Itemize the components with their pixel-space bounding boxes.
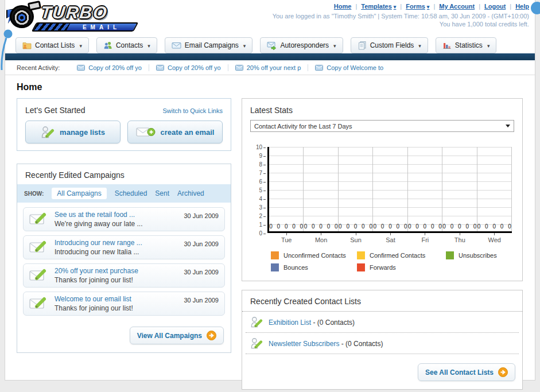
tab-email-campaigns[interactable]: Email Campaigns: [165, 37, 253, 53]
see-all-contact-lists-button[interactable]: See All Contact Lists: [418, 363, 515, 381]
recent-campaigns-panel: Recently Edited Campaigns SHOW: All Camp…: [17, 164, 231, 353]
get-started-panel: Let's Get Started Switch to Quick Links: [17, 98, 231, 151]
login-status: You are logged in as "Timothy Smith" | S…: [273, 13, 529, 20]
tab-statistics[interactable]: Statistics: [436, 37, 497, 53]
filter-archived[interactable]: Archived: [177, 189, 204, 197]
autoresponders-icon: [267, 41, 277, 50]
campaign-subtitle: Introducing our new Italia ...: [55, 248, 178, 256]
contact-lists-icon: [22, 41, 32, 50]
tab-autoresponders[interactable]: Autoresponders: [260, 37, 343, 53]
x-axis-label: Fri: [408, 233, 442, 243]
turbo-email-logo: TURBO EMAIL: [9, 2, 141, 33]
campaign-item[interactable]: See us at the retail food ... We're givi…: [23, 207, 225, 231]
filter-all-campaigns[interactable]: All Campaigns: [52, 188, 106, 199]
chart-day-column: 0 0 0 0 0: [304, 147, 338, 231]
campaign-title-link[interactable]: 20% off your next purchase: [55, 267, 178, 275]
create-email-button[interactable]: create an email: [127, 121, 223, 143]
latest-stats-panel: Latest Stats Contact Activity for the La…: [242, 98, 523, 281]
create-email-label: create an email: [161, 128, 215, 137]
legend-swatch: [357, 263, 365, 271]
brand-name: TURBO: [40, 3, 108, 22]
envelope-icon: [235, 65, 243, 71]
tab-label: Custom Fields: [370, 41, 414, 49]
chart-value-labels: 0 0 0 0 0: [477, 223, 511, 230]
tab-label: Contact Lists: [35, 41, 75, 49]
arrow-right-icon: [498, 367, 508, 377]
recent-activity-items: Copy of 20% off yo Copy of 20% off yo: [70, 64, 390, 71]
contacts-icon: [103, 41, 112, 50]
link-home[interactable]: Home: [334, 3, 352, 10]
link-logout[interactable]: Logout: [475, 3, 506, 10]
get-started-title: Let's Get Started: [25, 106, 86, 115]
legend-swatch: [357, 251, 365, 259]
link-forms[interactable]: Forms: [396, 3, 429, 10]
envelope-pencil-icon: [29, 212, 49, 227]
contact-list-item[interactable]: Exhibition List - (0 Contacts): [246, 312, 519, 333]
contact-list-link[interactable]: Newsletter Subscribers: [269, 340, 339, 348]
view-all-campaigns-button[interactable]: View All Campaigns: [130, 327, 224, 344]
envelope-icon: [315, 65, 323, 71]
campaign-item[interactable]: 20% off your next purchase Thanks for jo…: [23, 263, 225, 288]
envelope-plus-icon: [136, 126, 156, 138]
chevron-down-icon: [146, 41, 150, 49]
envelope-pencil-icon: [29, 296, 49, 311]
y-axis-label: 6: [252, 179, 266, 185]
filter-sent[interactable]: Sent: [155, 189, 169, 197]
legend-item: Forwards: [357, 263, 446, 271]
contact-list-item[interactable]: Newsletter Subscribers - (0 Contacts): [246, 333, 519, 354]
campaign-item[interactable]: Introducing our new range ... Introducin…: [23, 235, 225, 259]
recent-activity-item[interactable]: Copy of 20% off yo: [149, 64, 228, 71]
y-axis-label: 1: [252, 222, 266, 228]
campaign-item[interactable]: Welcome to our email list Thanks for joi…: [23, 292, 225, 316]
x-axis-label: Mon: [304, 233, 338, 243]
y-axis-label: 2: [252, 214, 266, 219]
recent-activity-item[interactable]: Copy of 20% off yo: [70, 64, 149, 71]
recent-activity-item[interactable]: Copy of Welcome to: [308, 64, 390, 71]
campaign-title-link[interactable]: Welcome to our email list: [55, 295, 178, 303]
tab-contact-lists[interactable]: Contact Lists: [15, 37, 89, 53]
x-axis-label: Tue: [269, 233, 304, 243]
legend-swatch: [446, 251, 454, 259]
header-links: Home Templates Forms My Account Logout H…: [273, 3, 529, 10]
switch-quick-links-link[interactable]: Switch to Quick Links: [162, 107, 223, 114]
y-axis-label: 0: [252, 231, 266, 236]
recent-activity-bar: Recent Activity: Copy of 20% off yo: [5, 60, 535, 75]
link-templates[interactable]: Templates: [351, 3, 396, 10]
stats-period-select[interactable]: Contact Activity for the Last 7 Days: [250, 120, 514, 132]
chart-day-column: 0 0 0 0 0: [269, 147, 304, 231]
link-help[interactable]: Help: [506, 3, 529, 10]
chevron-down-icon: [78, 41, 82, 49]
tab-contacts[interactable]: Contacts: [96, 37, 157, 53]
campaign-list: See us at the retail food ... We're givi…: [17, 203, 231, 322]
stats-period-value: Contact Activity for the Last 7 Days: [254, 123, 506, 130]
chevron-down-icon: [242, 41, 246, 49]
chart-value-labels: 0 0 0 0 0: [269, 223, 303, 230]
chart-value-labels: 0 0 0 0 0: [373, 223, 407, 230]
campaign-title-link[interactable]: See us at the retail food ...: [55, 211, 178, 219]
manage-lists-button[interactable]: manage lists: [25, 121, 121, 143]
contact-activity-chart: 109876543210 0 0 0 0 00 0 0 0 00 0 0 0 0…: [254, 147, 512, 271]
chart-value-labels: 0 0 0 0 0: [442, 223, 476, 230]
right-column: Latest Stats Contact Activity for the La…: [242, 98, 523, 390]
recent-activity-item[interactable]: 20% off your next p: [228, 64, 308, 71]
chart-day-column: 0 0 0 0 0: [442, 147, 477, 231]
y-axis-label: 10: [252, 145, 266, 150]
chart-value-labels: 0 0 0 0 0: [408, 223, 442, 230]
nav-accent-bar: [5, 53, 535, 60]
tab-custom-fields[interactable]: Custom Fields: [351, 37, 428, 53]
main-content: Home Let's Get Started Switch to Quick L…: [5, 75, 535, 390]
contact-list-link[interactable]: Exhibition List: [269, 319, 311, 327]
legend-label: Unsubscribes: [459, 252, 497, 259]
chart-y-axis: 109876543210: [254, 147, 267, 233]
select-caret-icon: [506, 125, 510, 127]
chart-day-column: 0 0 0 0 0: [373, 147, 407, 231]
campaign-title-link[interactable]: Introducing our new range ...: [55, 239, 178, 247]
envelope-icon: [77, 65, 85, 71]
tab-label: Contacts: [116, 41, 143, 49]
stripes-decoration: [33, 24, 70, 30]
link-my-account[interactable]: My Account: [429, 3, 475, 10]
latest-stats-title: Latest Stats: [250, 106, 514, 115]
x-axis-label: Sat: [373, 233, 407, 243]
filter-scheduled[interactable]: Scheduled: [115, 189, 147, 197]
page-title: Home: [17, 82, 528, 92]
